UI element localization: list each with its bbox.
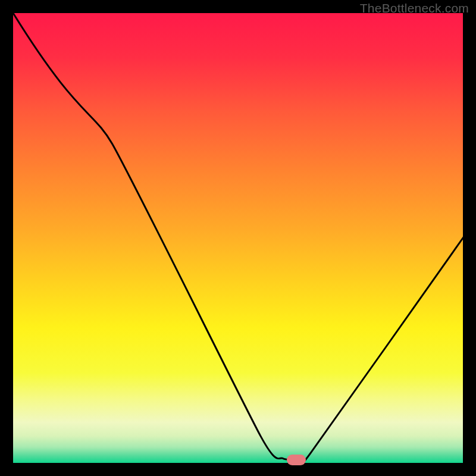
chart-curve [13, 13, 463, 463]
chart-optimum-marker [287, 455, 306, 465]
chart-plot-area [13, 13, 463, 463]
watermark-text: TheBottleneck.com [360, 1, 469, 15]
